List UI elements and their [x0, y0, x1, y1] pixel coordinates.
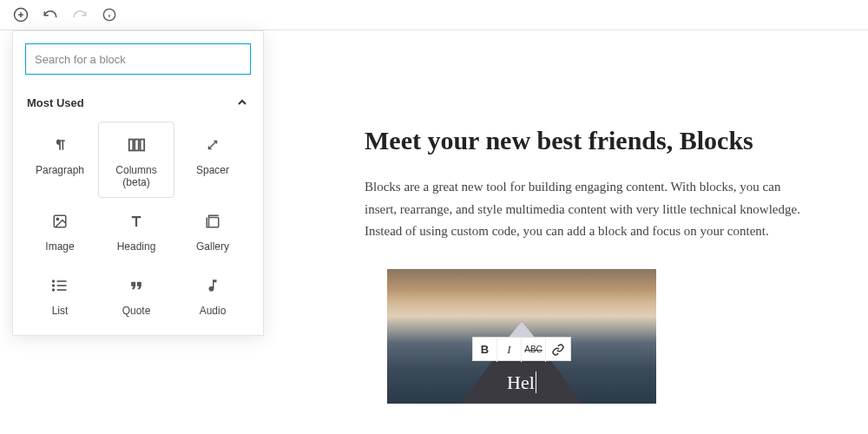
block-label: Image [45, 240, 74, 253]
block-label: Columns (beta) [102, 164, 170, 188]
most-used-section-header[interactable]: Most Used [13, 87, 263, 122]
blocks-scroll-area[interactable]: Paragraph Columns (beta) Spacer Image [13, 122, 263, 335]
block-quote[interactable]: Quote [98, 262, 174, 326]
block-gallery[interactable]: Gallery [174, 198, 251, 262]
svg-rect-8 [141, 140, 145, 151]
block-list[interactable]: List [22, 262, 98, 326]
spacer-icon [202, 135, 223, 155]
quote-icon [126, 275, 147, 296]
section-title: Most Used [27, 96, 84, 109]
cover-text-input[interactable]: Hel [387, 372, 656, 394]
block-search-input[interactable] [25, 43, 251, 75]
intro-paragraph[interactable]: Blocks are a great new tool for building… [365, 176, 816, 243]
svg-point-18 [53, 289, 55, 291]
block-columns[interactable]: Columns (beta) [98, 122, 174, 198]
block-paragraph[interactable]: Paragraph [22, 122, 98, 198]
block-spacer[interactable]: Spacer [174, 122, 251, 198]
block-audio[interactable]: Audio [174, 262, 251, 326]
editor-toolbar [0, 0, 868, 30]
columns-icon [126, 135, 147, 155]
svg-point-17 [53, 285, 55, 286]
undo-icon [43, 7, 58, 23]
page-title[interactable]: Meet your new best friends, Blocks [365, 126, 816, 155]
block-label: Quote [122, 305, 151, 317]
cover-block[interactable]: B I ABC Hel [387, 269, 656, 404]
block-label: Heading [117, 240, 156, 253]
editor-content: Meet your new best friends, Blocks Block… [278, 30, 868, 434]
strikethrough-button[interactable]: ABC [522, 338, 546, 362]
link-icon [552, 344, 564, 356]
info-icon [102, 8, 116, 22]
block-label: Audio [200, 305, 227, 317]
chevron-up-icon [235, 95, 249, 109]
audio-icon [202, 275, 223, 296]
svg-point-11 [56, 218, 58, 220]
gallery-icon [202, 211, 223, 232]
block-label: Paragraph [36, 164, 84, 176]
format-toolbar: B I ABC [472, 337, 571, 361]
block-label: Gallery [196, 240, 229, 253]
block-inserter-panel: Most Used Paragraph Columns (beta) [12, 30, 264, 336]
heading-icon [126, 211, 147, 232]
svg-rect-6 [129, 140, 134, 151]
link-button[interactable] [546, 338, 570, 362]
block-heading[interactable]: Heading [98, 198, 174, 262]
italic-button[interactable]: I [497, 338, 522, 362]
block-label: List [52, 305, 69, 317]
plus-circle-icon [13, 7, 29, 23]
redo-button[interactable] [71, 6, 89, 23]
block-label: Spacer [196, 164, 229, 176]
svg-rect-12 [209, 218, 219, 227]
svg-point-16 [53, 280, 55, 282]
paragraph-icon [49, 135, 70, 155]
svg-rect-7 [135, 140, 139, 151]
add-block-button[interactable] [12, 6, 30, 23]
undo-button[interactable] [42, 6, 59, 23]
list-icon [49, 275, 70, 296]
bold-button[interactable]: B [473, 338, 497, 362]
svg-line-9 [209, 141, 217, 149]
image-icon [49, 211, 70, 232]
info-button[interactable] [101, 6, 118, 23]
block-image[interactable]: Image [22, 198, 98, 262]
redo-icon [72, 7, 88, 23]
